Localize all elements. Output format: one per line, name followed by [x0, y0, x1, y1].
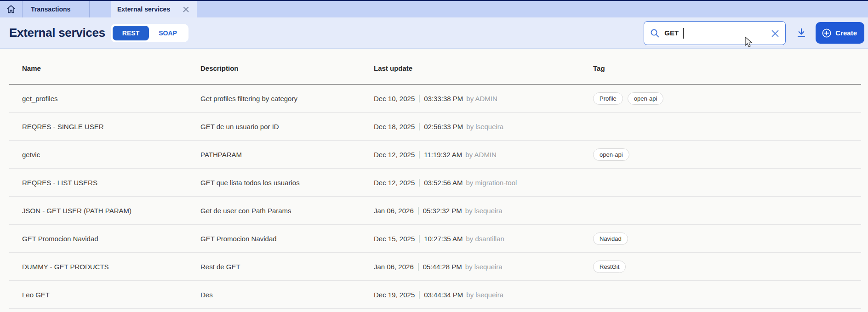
service-description: GET de un usuario por ID [200, 123, 374, 130]
service-description: Get de user con Path Params [200, 207, 374, 215]
updated-by: by lsequeira [465, 263, 503, 271]
service-description: GET que lista todos los usuarios [200, 179, 374, 187]
service-last-update: Dec 12, 202511:19:32 AMby ADMIN [374, 151, 593, 159]
updated-by: by lsequeira [466, 123, 503, 130]
search-input[interactable] [644, 22, 785, 45]
toggle-rest-button[interactable]: REST [113, 26, 149, 40]
service-name: getvic [9, 151, 200, 159]
search-clear-icon[interactable] [771, 29, 780, 38]
table-row[interactable]: getvicPATHPARAMDec 12, 202511:19:32 AMby… [9, 141, 861, 169]
window-tab-bar: Transactions External services [0, 0, 868, 17]
service-tags: Profileopen-api [593, 92, 861, 105]
column-header-last-update: Last update [374, 64, 593, 72]
date-time-divider [419, 179, 420, 187]
tag-pill: RestGit [593, 261, 626, 273]
services-table-body: get_profilesGet profiles filtering by ca… [9, 85, 861, 309]
update-time: 02:56:33 PM [424, 123, 463, 130]
service-name: get_profiles [9, 95, 200, 102]
service-last-update: Dec 19, 202503:44:34 PMby lsequeira [374, 291, 593, 299]
update-date: Dec 18, 2025 [374, 123, 415, 130]
update-time: 05:44:28 PM [423, 263, 462, 271]
update-time: 05:32:32 PM [423, 207, 462, 215]
updated-by: by ADMIN [465, 151, 497, 159]
service-description: GET Promocion Navidad [200, 235, 374, 243]
date-time-divider [419, 95, 420, 102]
table-row[interactable]: REQRES - LIST USERSGET que lista todos l… [9, 169, 861, 197]
tab-label: Transactions [31, 6, 70, 13]
text-caret [683, 28, 684, 39]
update-date: Dec 12, 2025 [374, 151, 415, 159]
table-row[interactable]: get_profilesGet profiles filtering by ca… [9, 85, 861, 113]
service-last-update: Jan 06, 202605:32:32 PMby lsequeira [374, 207, 593, 215]
update-date: Dec 15, 2025 [374, 235, 415, 243]
date-time-divider [419, 235, 420, 243]
services-panel: Name Description Last update Tag get_pro… [0, 48, 868, 312]
tab-close-icon[interactable] [182, 5, 190, 13]
update-time: 03:52:56 AM [424, 179, 463, 187]
service-last-update: Dec 15, 202510:27:35 AMby dsantillan [374, 235, 593, 243]
create-button-label: Create [835, 29, 857, 37]
update-date: Jan 06, 2026 [374, 263, 414, 271]
service-last-update: Dec 10, 202503:33:38 PMby ADMIN [374, 95, 593, 102]
download-icon [796, 28, 806, 39]
create-button[interactable]: Create [816, 22, 864, 44]
download-button[interactable] [795, 26, 807, 40]
table-header-row: Name Description Last update Tag [9, 49, 861, 85]
home-icon [6, 4, 16, 14]
tab-label: External services [117, 6, 170, 13]
service-description: PATHPARAM [200, 151, 374, 159]
page-title: External services [9, 26, 105, 40]
updated-by: by migration-tool [466, 179, 517, 187]
service-description: Rest de GET [200, 263, 374, 271]
service-name: GET Promocion Navidad [9, 235, 200, 243]
service-last-update: Jan 06, 202605:44:28 PMby lsequeira [374, 263, 593, 271]
column-header-name: Name [9, 64, 200, 72]
tag-pill: Profile [593, 92, 623, 105]
tab-external-services[interactable]: External services [111, 1, 197, 17]
service-name: REQRES - LIST USERS [9, 179, 200, 187]
update-date: Jan 06, 2026 [374, 207, 414, 215]
update-date: Dec 19, 2025 [374, 291, 415, 299]
service-description: Des [200, 291, 374, 299]
service-name: REQRES - SINGLE USER [9, 123, 200, 130]
tab-strip-gap [90, 1, 111, 17]
updated-by: by lsequeira [465, 207, 503, 215]
plus-circle-icon [822, 28, 832, 38]
update-date: Dec 10, 2025 [374, 95, 415, 102]
service-name: DUMMY - GET PRODUCTS [9, 263, 200, 271]
service-tags: open-api [593, 148, 861, 161]
toggle-soap-button[interactable]: SOAP [149, 26, 187, 40]
update-time: 03:33:38 PM [424, 95, 463, 102]
table-row[interactable]: REQRES - SINGLE USERGET de un usuario po… [9, 113, 861, 141]
column-header-tag: Tag [593, 64, 861, 72]
home-button[interactable] [0, 1, 23, 17]
service-name: JSON - GET USER (PATH PARAM) [9, 207, 200, 215]
tag-pill: open-api [593, 148, 629, 161]
table-row[interactable]: GET Promocion NavidadGET Promocion Navid… [9, 225, 861, 253]
table-row[interactable]: DUMMY - GET PRODUCTSRest de GETJan 06, 2… [9, 253, 861, 281]
header-actions: Create [644, 21, 864, 45]
update-date: Dec 12, 2025 [374, 179, 415, 187]
service-last-update: Dec 18, 202502:56:33 PMby lsequeira [374, 123, 593, 130]
column-header-description: Description [200, 64, 374, 72]
updated-by: by lsequeira [466, 291, 503, 299]
service-tags: RestGit [593, 261, 861, 273]
service-tags: Navidad [593, 233, 861, 245]
tag-pill: Navidad [593, 233, 628, 245]
service-name: Leo GET [9, 291, 200, 299]
rest-soap-toggle: REST SOAP [111, 24, 188, 42]
table-row[interactable]: JSON - GET USER (PATH PARAM)Get de user … [9, 197, 861, 225]
date-time-divider [419, 123, 420, 130]
page-header: External services REST SOAP [0, 17, 868, 48]
date-time-divider [419, 151, 420, 159]
update-time: 11:19:32 AM [424, 151, 462, 159]
service-description: Get profiles filtering by category [200, 95, 374, 102]
table-row[interactable]: Leo GETDesDec 19, 202503:44:34 PMby lseq… [9, 281, 861, 309]
search-box [644, 21, 786, 45]
tag-pill: open-api [628, 92, 664, 105]
update-time: 10:27:35 AM [424, 235, 463, 243]
tab-transactions[interactable]: Transactions [23, 1, 90, 17]
services-table: Name Description Last update Tag get_pro… [9, 49, 861, 309]
updated-by: by ADMIN [466, 95, 497, 102]
update-time: 03:44:34 PM [424, 291, 463, 299]
